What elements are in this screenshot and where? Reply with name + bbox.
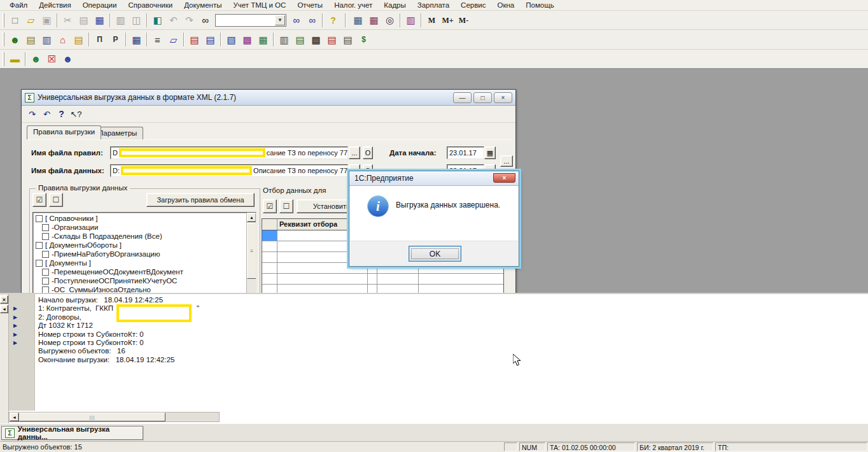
dropdown-arrow-icon[interactable]: ▼	[275, 15, 285, 25]
filter-check-all-button[interactable]: ☑	[263, 199, 277, 213]
journal-list-button[interactable]: ▤	[186, 32, 202, 47]
search-combobox[interactable]: ▼	[215, 14, 286, 27]
account-card-button[interactable]: ▦	[255, 32, 271, 47]
toolbar-drag-handle[interactable]	[3, 52, 4, 66]
currency-button[interactable]: $	[356, 32, 372, 47]
cube-report-button[interactable]: ▩	[239, 32, 255, 47]
menu-tax[interactable]: Налог. учет	[328, 1, 378, 10]
payment-order-button[interactable]: ≡	[150, 32, 165, 47]
paste-button[interactable]: ▦	[92, 13, 108, 28]
rules-tree-checkbox[interactable]	[42, 269, 49, 276]
find-previous-button[interactable]: ∞	[304, 13, 320, 28]
taskbar-window-button[interactable]: Σ Универсальная выгрузка данны...	[1, 426, 143, 440]
rules-tree-item[interactable]: [ ДокументыОбороты ]	[34, 241, 244, 250]
rko-button[interactable]: Р	[108, 32, 123, 47]
delete-person-button[interactable]: ☒	[44, 52, 60, 67]
columns-report-button[interactable]: ▥	[276, 32, 292, 47]
edit-document-button[interactable]: ▱	[165, 32, 181, 47]
date-start-input[interactable]: 23.01.17	[447, 146, 484, 159]
de-report-button[interactable]: ▤	[292, 32, 308, 47]
filter-row-marker[interactable]	[262, 263, 277, 273]
menu-references[interactable]: Справочники	[122, 1, 178, 10]
tablo-button[interactable]: ◎	[382, 13, 398, 28]
toolbar-drag-handle[interactable]	[3, 13, 4, 27]
data-file-input[interactable]: D:Описание ТЗ по переносу 77	[110, 164, 348, 177]
undo-button[interactable]: ↶	[165, 13, 181, 28]
rules-tree-checkbox[interactable]	[42, 278, 49, 285]
menu-file[interactable]: Файл	[4, 1, 33, 10]
rules-tree-item[interactable]: -ПриемНаРаботуВОрганизацию	[34, 250, 244, 258]
find-button[interactable]: ∞	[197, 13, 213, 28]
kassa-button[interactable]: ▦	[129, 32, 144, 47]
rules-file-browse-button[interactable]: ...	[349, 146, 360, 159]
date-start-calendar-button[interactable]: ▦	[484, 146, 496, 159]
rules-tree-item[interactable]: -ПеремещениеОСДокументВДокумент	[34, 267, 244, 276]
menu-help[interactable]: Помощь	[520, 1, 559, 10]
log-horizontal-scrollbar[interactable]: ◄ |||	[9, 412, 220, 422]
menu-salary[interactable]: Зарплата	[412, 1, 455, 10]
log-line[interactable]: Окончание выгрузки: 18.04.19 12:42:25	[0, 356, 868, 364]
journal-computer-button[interactable]: ▥	[39, 32, 55, 47]
calendar-button-main[interactable]: ▥	[403, 13, 419, 28]
scroll-up-icon[interactable]: ▲	[247, 213, 256, 222]
rules-file-input[interactable]: Dсание ТЗ по переносу 77	[110, 146, 348, 159]
chess-sheet-button[interactable]: ▩	[308, 32, 324, 47]
cabinet-button[interactable]: ▤	[23, 32, 39, 47]
rules-tree-item[interactable]: -ПоступлениеОСПринятиеКУчетуОС	[34, 276, 244, 285]
operations-journal-button[interactable]: ▤	[71, 32, 87, 47]
rules-tree-checkbox[interactable]	[36, 260, 43, 267]
scrollbar-track[interactable]	[165, 413, 219, 421]
memory-minus-button[interactable]: M-	[456, 13, 472, 28]
filter-table-row[interactable]	[262, 274, 503, 285]
rules-uncheck-all-button[interactable]: ☐	[49, 193, 63, 207]
menu-windows[interactable]: Окна	[492, 1, 521, 10]
context-help-button[interactable]: ↖?	[69, 108, 83, 121]
calculator-button[interactable]: ▦	[350, 13, 366, 28]
rules-tree-checkbox[interactable]	[42, 286, 49, 293]
dk-report-button[interactable]: ▤	[324, 32, 340, 47]
rules-tree-item[interactable]: [ Справочники ]	[34, 214, 244, 223]
menu-reports[interactable]: Отчеты	[291, 1, 328, 10]
load-exchange-rules-button[interactable]: Загрузить правила обмена	[146, 193, 255, 207]
rules-check-all-button[interactable]: ☑	[32, 193, 46, 207]
print-button[interactable]: ▥	[113, 13, 129, 28]
log-line[interactable]: ▶Номер строки тз СубконтоКт: 0	[0, 339, 868, 347]
menu-hr[interactable]: Кадры	[378, 1, 411, 10]
save-settings-button[interactable]: ↶	[39, 108, 54, 121]
log-line[interactable]: ▶Номер строки тз СубконтоКт: 0	[0, 330, 868, 339]
report-document-button[interactable]: ▤	[340, 32, 356, 47]
ok-button[interactable]: OK	[409, 246, 461, 262]
warehouse-button[interactable]: ⌂	[55, 32, 71, 47]
open-button[interactable]: ▱	[23, 13, 39, 28]
menu-service[interactable]: Сервис	[455, 1, 491, 10]
log-line[interactable]: Выгружено объектов: 16	[0, 347, 868, 355]
tab-export-rules[interactable]: Правила выгрузки	[27, 125, 101, 139]
edit-person-button[interactable]: ☻	[60, 52, 76, 67]
journal-book-button[interactable]: ▤	[202, 32, 218, 47]
filter-uncheck-all-button[interactable]: ☐	[279, 199, 293, 213]
period-browse-button[interactable]: ...	[500, 155, 513, 167]
toolbar-drag-handle[interactable]	[3, 32, 4, 46]
rules-file-open-button[interactable]: О	[363, 146, 373, 159]
memory-button[interactable]: M	[424, 13, 440, 28]
help-doc-button[interactable]: ?	[54, 108, 69, 121]
scrollbar-thumb[interactable]: ≡	[247, 223, 256, 279]
menu-tmc-os[interactable]: Учет ТМЦ и ОС	[227, 1, 291, 10]
close-button[interactable]: ×	[494, 92, 512, 103]
filter-row-marker[interactable]	[262, 241, 277, 251]
rules-tree-item[interactable]: -Организации	[34, 223, 244, 232]
find-next-button[interactable]: ∞	[288, 13, 304, 28]
rules-tree-checkbox[interactable]	[36, 242, 43, 249]
new-button[interactable]: □	[7, 13, 23, 28]
restore-button[interactable]: □	[473, 92, 492, 103]
export-button[interactable]: ▬	[7, 52, 23, 67]
print-preview-button[interactable]: ◫	[129, 13, 144, 28]
rules-tree-item[interactable]: [ Документы ]	[34, 258, 244, 267]
scrollbar-thumb[interactable]: |||	[19, 413, 165, 421]
monitor-button[interactable]: ◧	[150, 13, 165, 28]
employees-button[interactable]: ☻	[7, 32, 23, 47]
log-line[interactable]: ▶Дт 1032 Кт 1712	[0, 321, 868, 330]
rules-tree-checkbox[interactable]	[36, 215, 43, 222]
load-settings-button[interactable]: ↷	[25, 108, 39, 121]
message-box-close-button[interactable]: ×	[493, 173, 515, 183]
